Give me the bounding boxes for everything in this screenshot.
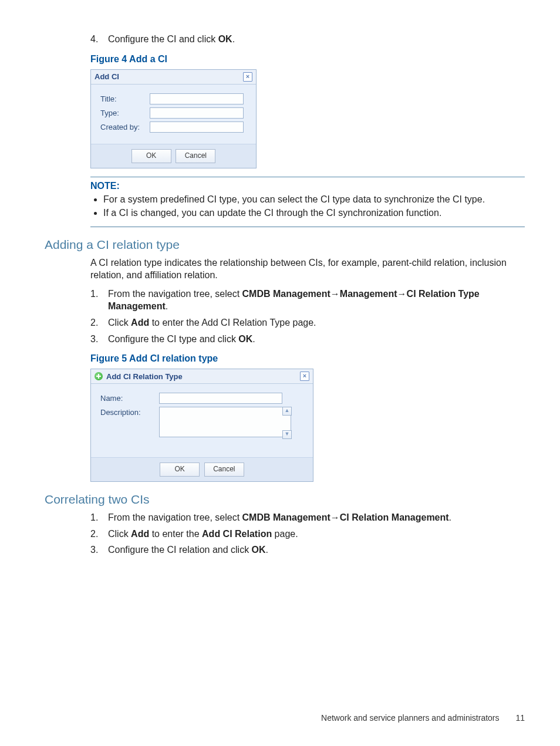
divider: [90, 177, 525, 177]
note-bullets: For a system predefined CI type, you can…: [90, 194, 525, 218]
rel-step-1: 1. From the navigation tree, select CMDB…: [90, 288, 525, 313]
description-wrap: ▲ ▼: [159, 407, 291, 439]
add-icon: [95, 372, 103, 380]
name-input[interactable]: [159, 393, 282, 404]
field-label-created-by: Created by:: [100, 123, 150, 131]
description-input[interactable]: [159, 407, 291, 437]
type-input[interactable]: [150, 107, 244, 119]
dialog-button-bar: OK Cancel: [91, 457, 313, 481]
step-text: Configure the CI and click OK.: [108, 33, 525, 46]
section-intro: A CI relation type indicates the relatio…: [90, 256, 525, 282]
rel-step-3: 3. Configure the CI type and click OK.: [90, 333, 525, 346]
note-heading: NOTE:: [90, 181, 525, 191]
spin-up-icon[interactable]: ▲: [282, 407, 292, 416]
figure-4-caption: Figure 4 Add a CI: [90, 54, 525, 65]
cancel-button[interactable]: Cancel: [176, 149, 215, 163]
note-bullet-2: If a CI is changed, you can update the C…: [103, 208, 525, 218]
step-4: 4. Configure the CI and click OK.: [90, 33, 525, 46]
spin-down-icon[interactable]: ▼: [282, 430, 292, 439]
close-icon[interactable]: ×: [300, 372, 309, 381]
title-input[interactable]: [150, 93, 244, 104]
section-heading-relation-type: Adding a CI relation type: [45, 238, 525, 252]
ok-button[interactable]: OK: [131, 149, 171, 163]
section-heading-correlating: Correlating two CIs: [45, 492, 525, 507]
figure-5-caption: Figure 5 Add CI relation type: [90, 353, 525, 364]
corr-step-2: 2. Click Add to enter the Add CI Relatio…: [90, 528, 525, 541]
field-label-description: Description:: [100, 407, 159, 417]
field-label-name: Name:: [100, 394, 159, 403]
corr-step-3: 3. Configure the CI relation and click O…: [90, 544, 525, 556]
add-ci-dialog: Add CI × Title: Type: Created by:: [90, 69, 257, 168]
add-ci-relation-type-dialog: Add CI Relation Type × Name: Description…: [90, 369, 313, 482]
field-label-type: Type:: [100, 109, 150, 117]
ok-button[interactable]: OK: [160, 463, 200, 477]
rel-step-2: 2. Click Add to enter the Add CI Relatio…: [90, 316, 525, 329]
page-footer: Network and service planners and adminis…: [321, 713, 525, 723]
page-number: 11: [515, 713, 525, 723]
field-label-title: Title:: [100, 94, 150, 103]
dialog-title: Add CI Relation Type: [106, 372, 183, 381]
dialog-button-bar: OK Cancel: [91, 144, 256, 168]
note-bullet-1: For a system predefined CI type, you can…: [103, 194, 525, 205]
dialog-header: Add CI ×: [91, 70, 256, 85]
cancel-button[interactable]: Cancel: [204, 463, 244, 477]
corr-step-1: 1. From the navigation tree, select CMDB…: [90, 511, 525, 524]
dialog-title: Add CI: [95, 72, 119, 81]
step-index: 4.: [90, 33, 108, 46]
divider: [90, 227, 525, 227]
created-by-input[interactable]: [150, 121, 244, 133]
footer-text: Network and service planners and adminis…: [321, 713, 499, 723]
close-icon[interactable]: ×: [243, 72, 252, 82]
dialog-header: Add CI Relation Type ×: [91, 369, 313, 384]
